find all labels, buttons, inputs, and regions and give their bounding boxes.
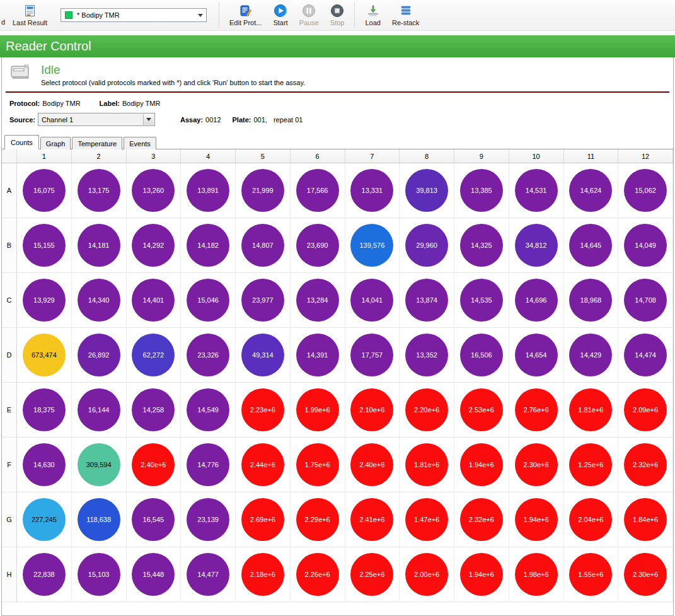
well-H12[interactable]: 2.30e+6 xyxy=(624,553,667,596)
well-B9[interactable]: 14,325 xyxy=(460,224,503,267)
well-C3[interactable]: 14,401 xyxy=(132,279,175,322)
tab-events[interactable]: Events xyxy=(124,137,156,149)
well-H5[interactable]: 2.18e+6 xyxy=(241,553,284,596)
edit-protocol-button[interactable]: Edit Prot... xyxy=(224,1,267,30)
well-D3[interactable]: 62,272 xyxy=(132,334,175,376)
well-D5[interactable]: 49,314 xyxy=(241,334,284,376)
well-A8[interactable]: 39,813 xyxy=(405,169,448,212)
well-F8[interactable]: 1.81e+6 xyxy=(405,443,448,486)
pause-button[interactable]: Pause xyxy=(294,1,325,30)
well-A9[interactable]: 13,385 xyxy=(460,169,503,212)
well-A2[interactable]: 13,175 xyxy=(78,169,120,212)
well-C10[interactable]: 14,696 xyxy=(515,279,558,322)
well-D1[interactable]: 673,474 xyxy=(23,334,66,376)
well-G7[interactable]: 2.41e+6 xyxy=(350,498,393,541)
well-A11[interactable]: 14,624 xyxy=(569,169,612,212)
well-C1[interactable]: 13,929 xyxy=(23,279,66,322)
well-B12[interactable]: 14,049 xyxy=(624,224,667,267)
well-G5[interactable]: 2.69e+6 xyxy=(241,498,284,541)
well-E3[interactable]: 14,258 xyxy=(132,388,175,431)
well-B4[interactable]: 14,182 xyxy=(187,224,229,267)
well-E9[interactable]: 2.53e+6 xyxy=(460,388,503,431)
source-dropdown-button[interactable] xyxy=(143,114,154,125)
well-H8[interactable]: 2.00e+6 xyxy=(405,553,448,596)
well-E1[interactable]: 18,375 xyxy=(23,388,66,431)
well-G11[interactable]: 2.04e+6 xyxy=(569,498,612,541)
well-B7[interactable]: 139,576 xyxy=(350,224,393,267)
well-H3[interactable]: 15,448 xyxy=(132,553,175,596)
well-D2[interactable]: 26,892 xyxy=(78,334,120,376)
well-E5[interactable]: 2.23e+6 xyxy=(241,388,284,431)
well-C7[interactable]: 14,041 xyxy=(350,279,393,322)
well-A1[interactable]: 16,075 xyxy=(23,169,66,212)
well-B1[interactable]: 15,155 xyxy=(23,224,66,267)
well-F6[interactable]: 1.75e+6 xyxy=(296,443,339,486)
well-C9[interactable]: 14,535 xyxy=(460,279,503,322)
well-G6[interactable]: 2.29e+6 xyxy=(296,498,339,541)
well-F11[interactable]: 1.25e+6 xyxy=(569,443,612,486)
well-E7[interactable]: 2.10e+6 xyxy=(350,388,393,431)
well-A4[interactable]: 13,891 xyxy=(187,169,229,212)
well-B8[interactable]: 29,960 xyxy=(405,224,448,267)
well-E6[interactable]: 1.99e+6 xyxy=(296,388,339,431)
well-E12[interactable]: 2.09e+6 xyxy=(624,388,667,431)
well-H4[interactable]: 14,477 xyxy=(187,553,229,596)
well-H10[interactable]: 1.98e+6 xyxy=(515,553,558,596)
well-C11[interactable]: 18,968 xyxy=(569,279,612,322)
well-A12[interactable]: 15,062 xyxy=(624,169,667,212)
well-G2[interactable]: 118,638 xyxy=(78,498,120,541)
well-F3[interactable]: 2.40e+6 xyxy=(132,443,175,486)
well-E11[interactable]: 1.81e+6 xyxy=(569,388,612,431)
well-C12[interactable]: 14,708 xyxy=(624,279,667,322)
well-H11[interactable]: 1.55e+6 xyxy=(569,553,612,596)
well-H7[interactable]: 2.25e+6 xyxy=(350,553,393,596)
last-result-button[interactable]: Last Result xyxy=(7,1,53,30)
well-F4[interactable]: 14,776 xyxy=(187,443,229,486)
well-G4[interactable]: 23,139 xyxy=(187,498,229,541)
tab-counts[interactable]: Counts xyxy=(4,135,39,149)
well-C6[interactable]: 13,284 xyxy=(296,279,339,322)
well-H6[interactable]: 2.26e+6 xyxy=(296,553,339,596)
start-button[interactable]: Start xyxy=(267,1,293,30)
well-F7[interactable]: 2.40e+6 xyxy=(350,443,393,486)
well-B2[interactable]: 14,181 xyxy=(78,224,120,267)
well-C8[interactable]: 13,874 xyxy=(405,279,448,322)
cropped-toolbar-button[interactable]: d xyxy=(1,18,7,30)
well-G9[interactable]: 2.32e+6 xyxy=(460,498,503,541)
well-C5[interactable]: 23,977 xyxy=(241,279,284,322)
well-A7[interactable]: 13,331 xyxy=(350,169,393,212)
well-B11[interactable]: 14,645 xyxy=(569,224,612,267)
stop-button[interactable]: Stop xyxy=(325,1,350,30)
protocol-dropdown[interactable]: * Bodipy TMR xyxy=(61,8,207,22)
tab-temperature[interactable]: Temperature xyxy=(72,137,122,149)
well-G10[interactable]: 1.94e+6 xyxy=(515,498,558,541)
well-F10[interactable]: 2.30e+6 xyxy=(515,443,558,486)
well-G8[interactable]: 1.47e+6 xyxy=(405,498,448,541)
well-B3[interactable]: 14,292 xyxy=(132,224,175,267)
well-D12[interactable]: 14,474 xyxy=(624,334,667,376)
well-G12[interactable]: 1.84e+6 xyxy=(624,498,667,541)
well-F9[interactable]: 1.94e+6 xyxy=(460,443,503,486)
well-D4[interactable]: 23,326 xyxy=(187,334,229,376)
well-D7[interactable]: 17,757 xyxy=(350,334,393,376)
well-E2[interactable]: 16,144 xyxy=(78,388,120,431)
well-B10[interactable]: 34,812 xyxy=(515,224,558,267)
well-B5[interactable]: 14,807 xyxy=(241,224,284,267)
well-B6[interactable]: 23,690 xyxy=(296,224,339,267)
well-E8[interactable]: 2.20e+6 xyxy=(405,388,448,431)
well-A5[interactable]: 21,999 xyxy=(241,169,284,212)
well-D10[interactable]: 14,654 xyxy=(515,334,558,376)
restack-button[interactable]: Re-stack xyxy=(386,1,425,30)
well-G3[interactable]: 16,545 xyxy=(132,498,175,541)
well-C2[interactable]: 14,340 xyxy=(78,279,120,322)
well-H1[interactable]: 22,838 xyxy=(23,553,66,596)
source-dropdown[interactable]: Channel 1 xyxy=(38,113,155,126)
well-E10[interactable]: 2.76e+6 xyxy=(515,388,558,431)
well-D6[interactable]: 14,391 xyxy=(296,334,339,376)
well-D11[interactable]: 14,429 xyxy=(569,334,612,376)
load-button[interactable]: Load xyxy=(359,1,386,30)
well-A10[interactable]: 14,531 xyxy=(515,169,558,212)
well-F1[interactable]: 14,630 xyxy=(23,443,66,486)
well-F12[interactable]: 2.32e+6 xyxy=(624,443,667,486)
well-F5[interactable]: 2.44e+6 xyxy=(241,443,284,486)
